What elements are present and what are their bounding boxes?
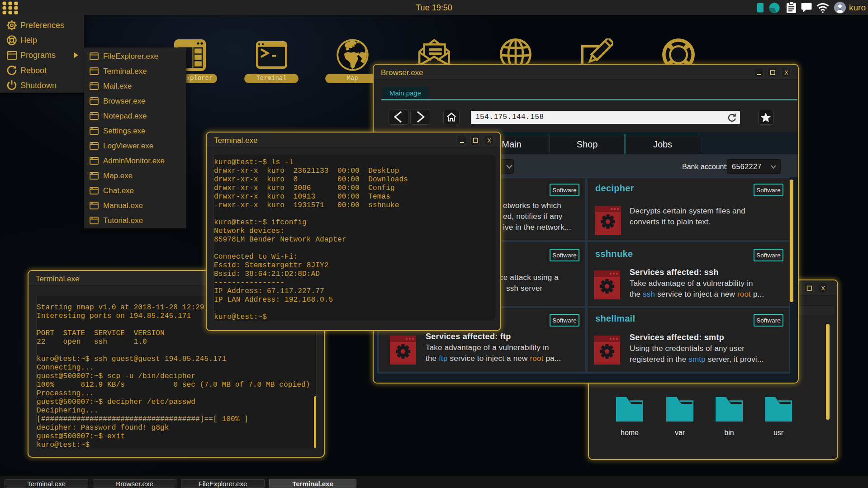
svg-text:X: X [784,69,788,76]
svg-text:X: X [487,137,491,144]
svg-text:X: X [821,285,825,292]
